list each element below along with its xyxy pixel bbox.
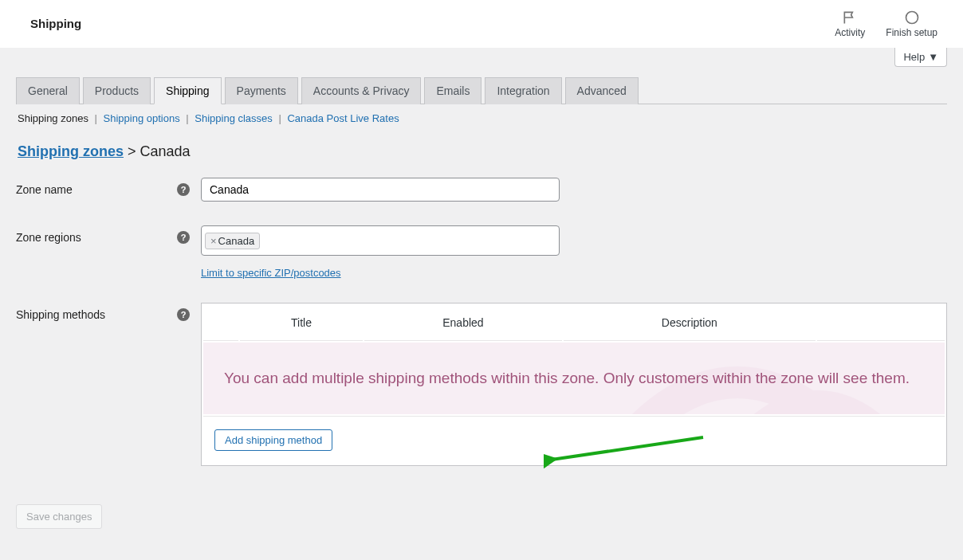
zone-regions-label: Zone regions <box>16 231 177 244</box>
col-enabled: Enabled <box>364 305 562 341</box>
col-drag <box>203 305 238 341</box>
breadcrumb-root-link[interactable]: Shipping zones <box>18 143 124 159</box>
help-icon[interactable]: ? <box>177 231 190 244</box>
separator: | <box>92 112 100 124</box>
remove-chip-icon[interactable]: × <box>210 235 217 247</box>
region-chip: × Canada <box>205 233 260 249</box>
zone-name-input[interactable] <box>201 178 560 202</box>
subnav-link-canada-post-live-rates[interactable]: Canada Post Live Rates <box>287 112 399 124</box>
zone-regions-input[interactable]: × Canada <box>201 225 560 256</box>
settings-tabs: GeneralProductsShippingPaymentsAccounts … <box>16 76 947 104</box>
tab-general[interactable]: General <box>16 77 80 104</box>
empty-methods-row: You can add multiple shipping methods wi… <box>203 343 945 414</box>
separator: | <box>276 112 285 124</box>
tab-advanced[interactable]: Advanced <box>565 77 639 104</box>
zone-regions-row: Zone regions ? × Canada Limit to specifi… <box>16 225 947 279</box>
subnav-current: Shipping zones <box>18 112 88 124</box>
help-icon[interactable]: ? <box>177 183 190 196</box>
zip-postcodes-link[interactable]: Limit to specific ZIP/postcodes <box>201 267 341 279</box>
tab-products[interactable]: Products <box>83 77 151 104</box>
subnav-link-shipping-options[interactable]: Shipping options <box>104 112 180 124</box>
col-title: Title <box>240 305 363 341</box>
help-icon[interactable]: ? <box>177 308 190 321</box>
breadcrumb-current: Canada <box>140 143 191 159</box>
activity-button[interactable]: Activity <box>835 10 865 38</box>
zone-name-label: Zone name <box>16 183 177 196</box>
shipping-subnav: Shipping zones | Shipping options | Ship… <box>16 104 947 131</box>
add-shipping-method-button[interactable]: Add shipping method <box>214 429 332 451</box>
finish-setup-button[interactable]: Finish setup <box>886 10 937 38</box>
shipping-methods-row: Shipping methods ? Title Enabled Descrip… <box>16 303 947 466</box>
save-changes-button[interactable]: Save changes <box>16 504 102 529</box>
col-description: Description <box>564 305 816 341</box>
top-bar: Shipping Activity Finish setup <box>0 0 963 48</box>
breadcrumb-separator: > <box>124 143 140 159</box>
zone-name-row: Zone name ? <box>16 178 947 202</box>
shipping-methods-table: Title Enabled Description You can add mu… <box>201 303 947 466</box>
circle-icon <box>904 10 920 25</box>
svg-point-0 <box>906 11 918 23</box>
help-label: Help <box>903 51 925 63</box>
tab-shipping[interactable]: Shipping <box>154 77 222 104</box>
chevron-down-icon: ▼ <box>928 51 938 63</box>
tab-integration[interactable]: Integration <box>485 77 561 104</box>
col-actions <box>817 305 945 341</box>
top-actions: Activity Finish setup <box>835 10 947 38</box>
tab-payments[interactable]: Payments <box>225 77 298 104</box>
empty-methods-message: You can add multiple shipping methods wi… <box>224 370 910 386</box>
finish-setup-label: Finish setup <box>886 27 937 38</box>
breadcrumb: Shipping zones > Canada <box>18 143 945 160</box>
tab-accounts-privacy[interactable]: Accounts & Privacy <box>301 77 422 104</box>
subnav-link-shipping-classes[interactable]: Shipping classes <box>195 112 273 124</box>
separator: | <box>183 112 192 124</box>
tab-emails[interactable]: Emails <box>424 77 482 104</box>
flag-icon <box>842 10 858 25</box>
activity-label: Activity <box>835 27 865 38</box>
help-button[interactable]: Help ▼ <box>894 48 947 67</box>
region-chip-label: Canada <box>218 235 255 247</box>
page-title: Shipping <box>30 17 835 30</box>
shipping-methods-label: Shipping methods <box>16 308 177 321</box>
